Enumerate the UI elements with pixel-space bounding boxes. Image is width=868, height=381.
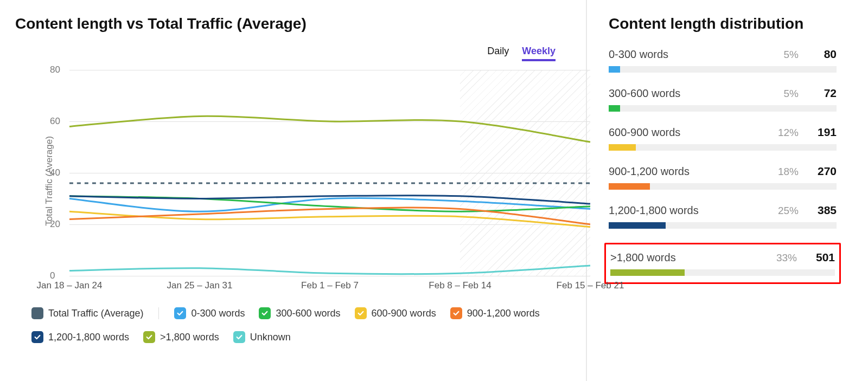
y-tick: 40 [50, 167, 60, 178]
distribution-bar-fill [610, 269, 685, 276]
checkbox-icon [450, 307, 462, 319]
chart-title: Content length vs Total Traffic (Average… [15, 15, 571, 33]
distribution-bar-fill [609, 183, 650, 190]
x-tick: Jan 25 – Jan 31 [167, 280, 233, 291]
distribution-bar [610, 269, 835, 276]
distribution-item[interactable]: 600-900 words12%191 [609, 126, 837, 151]
legend-item-total[interactable]: Total Traffic (Average) [31, 307, 143, 319]
distribution-label: >1,800 words [610, 251, 776, 264]
distribution-label: 600-900 words [609, 126, 778, 139]
distribution-count: 501 [811, 251, 835, 264]
y-tick: 0 [50, 270, 55, 281]
distribution-percent: 5% [784, 49, 799, 61]
distribution-item[interactable]: 1,200-1,800 words25%385 [609, 204, 837, 229]
color-swatch [31, 307, 43, 319]
legend-label: 900-1,200 words [467, 308, 540, 319]
distribution-title: Content length distribution [609, 15, 837, 33]
distribution-count: 385 [813, 204, 837, 217]
distribution-label: 0-300 words [609, 48, 784, 61]
period-tabs: Daily Weekly [15, 46, 571, 61]
distribution-item[interactable]: >1,800 words33%501 [604, 243, 841, 284]
checkbox-icon [143, 331, 155, 343]
y-tick: 80 [50, 64, 60, 75]
series-r5 [69, 116, 590, 142]
distribution-item[interactable]: 300-600 words5%72 [609, 87, 837, 112]
legend-item-r0[interactable]: 0-300 words [174, 307, 245, 319]
distribution-bar [609, 183, 837, 190]
distribution-percent: 18% [778, 166, 799, 178]
chart-lines [69, 70, 590, 276]
distribution-bar-fill [609, 66, 620, 73]
gridline [69, 276, 590, 276]
y-tick: 60 [50, 116, 60, 127]
legend-label: 0-300 words [191, 308, 245, 319]
distribution-label: 300-600 words [609, 87, 784, 100]
checkbox-icon [355, 307, 367, 319]
distribution-count: 270 [813, 165, 837, 178]
tab-daily[interactable]: Daily [487, 46, 509, 61]
legend-label: 600-900 words [372, 308, 436, 319]
distribution-list: 0-300 words5%80300-600 words5%72600-900 … [609, 48, 837, 284]
legend-label: Total Traffic (Average) [48, 308, 143, 319]
checkbox-icon [31, 331, 43, 343]
legend-item-r3[interactable]: 900-1,200 words [450, 307, 540, 319]
distribution-label: 1,200-1,800 words [609, 204, 778, 217]
x-tick: Jan 18 – Jan 24 [37, 280, 103, 291]
legend-label: >1,800 words [160, 332, 219, 343]
x-tick: Feb 1 – Feb 7 [301, 280, 359, 291]
x-tick: Feb 15 – Feb 21 [557, 280, 624, 291]
distribution-bar-fill [609, 144, 636, 151]
tab-weekly[interactable]: Weekly [522, 46, 556, 61]
distribution-percent: 12% [778, 127, 799, 139]
checkbox-icon [233, 331, 245, 343]
x-tick: Feb 8 – Feb 14 [429, 280, 491, 291]
checkbox-icon [174, 307, 186, 319]
distribution-count: 191 [813, 126, 837, 139]
distribution-count: 72 [813, 87, 837, 100]
legend-item-r5[interactable]: >1,800 words [143, 331, 219, 343]
legend-label: Unknown [250, 332, 291, 343]
legend-divider [158, 307, 159, 319]
line-chart: Total Traffic (Average) 020406080Jan 18 … [15, 70, 571, 292]
legend-item-r2[interactable]: 600-900 words [355, 307, 436, 319]
legend-label: 1,200-1,800 words [48, 332, 129, 343]
y-tick: 20 [50, 219, 60, 230]
distribution-count: 80 [813, 48, 837, 61]
distribution-item[interactable]: 0-300 words5%80 [609, 48, 837, 73]
distribution-percent: 25% [778, 205, 799, 217]
checkbox-icon [259, 307, 271, 319]
legend-item-r4[interactable]: 1,200-1,800 words [31, 331, 129, 343]
distribution-item[interactable]: 900-1,200 words18%270 [609, 165, 837, 190]
distribution-percent: 33% [776, 252, 797, 264]
distribution-bar [609, 222, 837, 229]
distribution-percent: 5% [784, 88, 799, 100]
distribution-bar [609, 66, 837, 73]
legend: Total Traffic (Average)0-300 words300-60… [31, 307, 571, 343]
distribution-bar-fill [609, 222, 666, 229]
legend-label: 300-600 words [276, 308, 340, 319]
distribution-bar-fill [609, 105, 620, 112]
distribution-label: 900-1,200 words [609, 165, 778, 178]
legend-item-unknown[interactable]: Unknown [233, 331, 291, 343]
series-unknown [69, 266, 590, 274]
distribution-bar [609, 144, 837, 151]
distribution-bar [609, 105, 837, 112]
legend-item-r1[interactable]: 300-600 words [259, 307, 340, 319]
